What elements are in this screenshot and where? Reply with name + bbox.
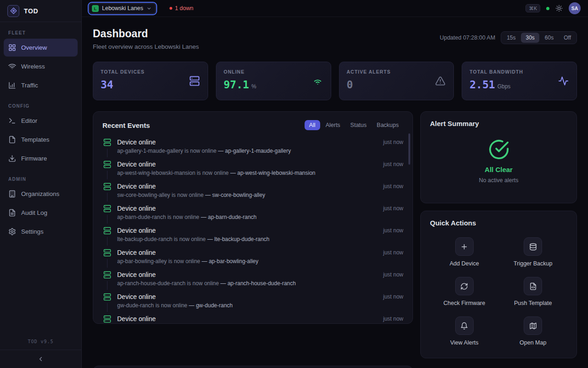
nav-section-title: FLEET xyxy=(4,27,78,39)
event-time: just now xyxy=(383,293,403,312)
tab-alerts[interactable]: Alerts xyxy=(321,120,345,130)
stat-value: 0 xyxy=(347,79,353,91)
sidebar-item-overview[interactable]: Overview xyxy=(4,39,78,57)
alert-triangle-icon xyxy=(435,76,446,86)
event-row[interactable]: Device online lte-backup-dude-ranch is n… xyxy=(102,224,403,246)
sidebar-item-label: Editor xyxy=(21,117,37,124)
tab-status[interactable]: Status xyxy=(346,120,371,130)
events-scrollbar[interactable] xyxy=(408,133,410,165)
updated-timestamp: Updated 07:28:00 AM xyxy=(440,34,495,41)
event-time: just now xyxy=(383,270,403,290)
nav-section-title: ADMIN xyxy=(4,173,78,185)
refresh-option-off[interactable]: Off xyxy=(559,33,576,43)
quick-action-label: Push Template xyxy=(514,300,552,306)
stat-value: 34 xyxy=(101,79,113,91)
sidebar-item-label: Firmware xyxy=(21,155,47,162)
open-map-button[interactable]: Open Map xyxy=(499,316,568,346)
chevron-left-icon xyxy=(37,356,44,362)
event-time: just now xyxy=(383,138,403,157)
event-title: Device online xyxy=(117,270,378,279)
wifi-icon xyxy=(8,63,16,70)
page-subtitle: Fleet overview across Lebowski Lanes xyxy=(93,43,199,50)
event-row[interactable]: Device online just now xyxy=(102,312,403,324)
timeline-connector xyxy=(107,281,107,290)
event-detail: sw-core-bowling-alley is now online — sw… xyxy=(117,192,378,199)
page-header-text: Dashboard Fleet overview across Lebowski… xyxy=(93,28,199,50)
file-code-icon xyxy=(524,277,542,295)
sidebar-item-label: Audit Log xyxy=(21,209,47,216)
sidebar-item-settings[interactable]: Settings xyxy=(4,223,78,241)
timeline-connector xyxy=(107,149,107,157)
header-controls: Updated 07:28:00 AM 15s 30s 60s Off xyxy=(440,31,577,44)
trigger-backup-button[interactable]: Trigger Backup xyxy=(499,237,568,267)
activity-icon xyxy=(558,76,569,86)
sidebar-item-firmware[interactable]: Firmware xyxy=(4,150,78,167)
server-icon xyxy=(103,293,111,301)
sidebar-item-editor[interactable]: Editor xyxy=(4,112,78,130)
server-icon xyxy=(103,161,111,168)
timeline-connector xyxy=(107,215,107,224)
event-title: Device online xyxy=(117,226,378,235)
stat-unit: % xyxy=(251,83,256,90)
down-status-badge[interactable]: 1 down xyxy=(170,5,193,12)
main-content: Dashboard Fleet overview across Lebowski… xyxy=(82,17,588,368)
quick-actions-grid: Add Device Trigger Backup Check Firmware xyxy=(430,237,567,346)
event-row[interactable]: Device online sw-core-bowling-alley is n… xyxy=(102,179,403,201)
sidebar-item-label: Traffic xyxy=(21,82,38,89)
app-name: TOD xyxy=(24,7,38,15)
event-row[interactable]: Device online ap-bar-bowling-alley is no… xyxy=(102,246,403,268)
event-body: Device online ap-ranch-house-dude-ranch … xyxy=(117,270,378,290)
sidebar-item-wireless[interactable]: Wireless xyxy=(4,58,78,75)
server-icon xyxy=(103,183,111,190)
tab-all[interactable]: All xyxy=(305,120,320,130)
map-icon xyxy=(524,316,542,335)
command-palette-shortcut[interactable]: ⌘K xyxy=(526,4,540,12)
event-row[interactable]: Device online ap-barn-dude-ranch is now … xyxy=(102,201,403,224)
view-alerts-button[interactable]: View Alerts xyxy=(430,316,499,346)
event-body: Device online ap-bar-bowling-alley is no… xyxy=(117,248,378,268)
refresh-option-30s[interactable]: 30s xyxy=(521,33,539,43)
quick-action-label: Trigger Backup xyxy=(514,260,552,267)
alert-status-text: All Clear xyxy=(485,166,513,173)
event-row[interactable]: Device online ap-west-wing-lebowski-mans… xyxy=(102,157,403,179)
sidebar-item-organizations[interactable]: Organizations xyxy=(4,185,78,203)
event-detail: lte-backup-dude-ranch is now online — lt… xyxy=(117,236,378,243)
file-icon xyxy=(8,136,16,144)
user-avatar[interactable]: SA xyxy=(569,2,581,14)
sidebar-item-traffic[interactable]: Traffic xyxy=(4,76,78,94)
topbar-right: ⌘K SA xyxy=(526,2,581,14)
theme-toggle-button[interactable] xyxy=(555,5,563,12)
event-row[interactable]: Device online ap-ranch-house-dude-ranch … xyxy=(102,268,403,290)
sidebar-item-label: Settings xyxy=(21,228,44,235)
sidebar-item-templates[interactable]: Templates xyxy=(4,131,78,149)
stat-value: 97.1 xyxy=(224,79,249,91)
tab-backups[interactable]: Backups xyxy=(372,120,403,130)
refresh-option-15s[interactable]: 15s xyxy=(502,33,520,43)
down-dot-icon xyxy=(170,7,172,10)
sidebar-item-label: Wireless xyxy=(21,63,45,70)
event-row[interactable]: Device online gw-dude-ranch is now onlin… xyxy=(102,290,403,312)
org-selector[interactable]: L Lebowski Lanes xyxy=(89,3,156,14)
plus-icon xyxy=(455,237,474,256)
recent-events-title: Recent Events xyxy=(102,121,150,129)
event-row[interactable]: Device online ap-gallery-1-maude-gallery… xyxy=(102,135,403,157)
stat-card-active-alerts: ACTIVE ALERTS 0 xyxy=(339,62,454,100)
event-device: — gw-dude-ranch xyxy=(189,302,232,309)
event-title: Device online xyxy=(117,182,378,190)
timeline-connector xyxy=(107,259,107,268)
right-column: Alert Summary All Clear No active alerts… xyxy=(420,111,577,358)
alert-detail-text: No active alerts xyxy=(479,177,518,184)
refresh-option-60s[interactable]: 60s xyxy=(540,33,558,43)
event-device: — ap-barn-dude-ranch xyxy=(201,214,256,220)
sidebar-item-audit-log[interactable]: Audit Log xyxy=(4,204,78,222)
push-template-button[interactable]: Push Template xyxy=(499,277,568,306)
sidebar-collapse-button[interactable] xyxy=(0,350,81,368)
check-firmware-button[interactable]: Check Firmware xyxy=(430,277,499,306)
connection-status-dot xyxy=(546,7,549,10)
events-list: Device online ap-gallery-1-maude-gallery… xyxy=(102,135,403,324)
alert-summary-body: All Clear No active alerts xyxy=(430,127,567,195)
stat-card-total-bandwidth: TOTAL BANDWIDTH 2.51 Gbps xyxy=(462,62,577,100)
timeline-connector xyxy=(107,171,107,179)
server-icon xyxy=(103,205,111,213)
add-device-button[interactable]: Add Device xyxy=(430,237,499,267)
